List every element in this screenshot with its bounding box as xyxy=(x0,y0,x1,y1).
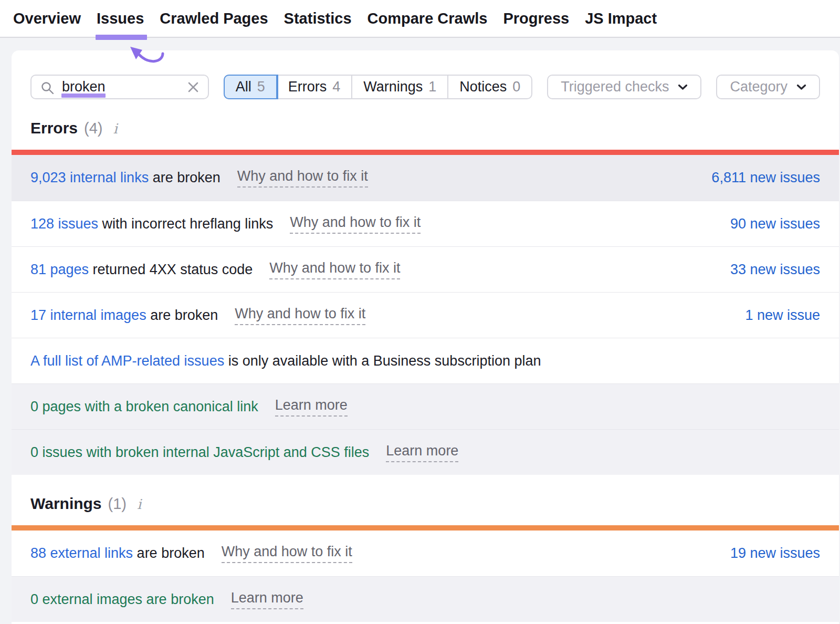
issue-row: 81 pages returned 4XX status code Why an… xyxy=(12,246,839,292)
warnings-rows: 88 external links are broken Why and how… xyxy=(12,531,839,622)
search-input[interactable] xyxy=(32,79,208,95)
section-title: Warnings xyxy=(30,495,102,513)
filter-errors[interactable]: Errors 4 xyxy=(277,76,353,98)
issue-row: 17 internal images are broken Why and ho… xyxy=(12,292,839,338)
chevron-down-icon xyxy=(796,84,806,90)
triggered-checks-dropdown[interactable]: Triggered checks xyxy=(547,75,701,99)
zero-issue-text: 0 external images are broken xyxy=(30,591,214,608)
issue-row: 128 issues with incorrect hreflang links… xyxy=(12,201,839,246)
issue-link[interactable]: 88 external links xyxy=(30,545,133,561)
why-how-to-fix-link[interactable]: Why and how to fix it xyxy=(235,306,365,325)
issue-text: are broken xyxy=(146,307,218,323)
learn-more-link[interactable]: Learn more xyxy=(386,443,458,462)
warnings-section-header: Warnings (1) i xyxy=(12,475,839,525)
tab-overview[interactable]: Overview xyxy=(13,0,81,37)
category-dropdown[interactable]: Category xyxy=(716,75,820,99)
issue-link[interactable]: A full list of AMP-related issues xyxy=(30,353,224,369)
issue-text: are broken xyxy=(133,545,205,561)
zero-issue-text: 0 issues with broken internal JavaScript… xyxy=(30,444,369,461)
top-navigation: Overview Issues Crawled Pages Statistics… xyxy=(0,0,840,38)
issue-text: are broken xyxy=(149,170,220,185)
filter-warnings[interactable]: Warnings 1 xyxy=(352,76,448,98)
learn-more-link[interactable]: Learn more xyxy=(231,590,303,609)
filter-notices[interactable]: Notices 0 xyxy=(448,76,531,98)
filter-all-count: 5 xyxy=(257,79,265,95)
new-issues-link[interactable]: 33 new issues xyxy=(730,262,820,278)
learn-more-link[interactable]: Learn more xyxy=(275,397,348,417)
issue-row: 9,023 internal links are broken Why and … xyxy=(12,155,839,201)
tab-progress[interactable]: Progress xyxy=(503,0,569,37)
tab-js-impact[interactable]: JS Impact xyxy=(585,0,657,37)
new-issues-link[interactable]: 1 new issue xyxy=(745,307,820,324)
errors-rows: 9,023 internal links are broken Why and … xyxy=(12,155,839,475)
section-count: (4) xyxy=(84,120,102,137)
search-icon xyxy=(41,81,55,95)
issue-row-zero: 0 pages with a broken canonical link Lea… xyxy=(12,383,839,429)
tab-statistics[interactable]: Statistics xyxy=(284,0,352,37)
why-how-to-fix-link[interactable]: Why and how to fix it xyxy=(222,544,352,563)
issue-row-amp-upsell: A full list of AMP-related issues is onl… xyxy=(12,338,839,383)
warnings-accent-bar xyxy=(12,525,839,531)
issue-link[interactable]: 9,023 internal links xyxy=(30,170,149,185)
filter-all[interactable]: All 5 xyxy=(225,76,277,98)
filter-notices-count: 0 xyxy=(512,79,520,95)
errors-accent-bar xyxy=(12,150,839,155)
section-count: (1) xyxy=(108,495,127,513)
why-how-to-fix-link[interactable]: Why and how to fix it xyxy=(237,168,368,188)
info-icon[interactable]: i xyxy=(137,496,141,512)
issue-row: 88 external links are broken Why and how… xyxy=(12,531,839,576)
tab-crawled-pages[interactable]: Crawled Pages xyxy=(160,0,268,37)
new-issues-link[interactable]: 6,811 new issues xyxy=(711,170,820,186)
issues-panel: All 5 Errors 4 Warnings 1 Notices 0 Trig… xyxy=(12,50,839,624)
why-how-to-fix-link[interactable]: Why and how to fix it xyxy=(290,214,421,234)
annotation-arrow-icon xyxy=(125,43,170,66)
tab-issues[interactable]: Issues xyxy=(97,0,144,37)
clear-search-icon[interactable] xyxy=(187,81,200,93)
errors-section-header: Errors (4) i xyxy=(12,99,839,150)
issue-row-zero: 0 issues with broken internal JavaScript… xyxy=(12,429,839,475)
tab-compare-crawls[interactable]: Compare Crawls xyxy=(368,0,488,37)
new-issues-link[interactable]: 90 new issues xyxy=(730,216,820,232)
warnings-section: Warnings (1) i 88 external links are bro… xyxy=(12,475,839,622)
issue-text: is only available with a Business subscr… xyxy=(224,353,541,369)
issue-link[interactable]: 17 internal images xyxy=(30,307,146,323)
issue-text: returned 4XX status code xyxy=(89,262,253,277)
issue-link[interactable]: 81 pages xyxy=(30,262,89,277)
severity-filter: All 5 Errors 4 Warnings 1 Notices 0 xyxy=(224,75,533,99)
filter-warnings-count: 1 xyxy=(428,79,436,95)
section-title: Errors xyxy=(30,119,78,137)
zero-issue-text: 0 pages with a broken canonical link xyxy=(30,399,258,415)
info-icon[interactable]: i xyxy=(113,121,118,137)
errors-section: Errors (4) i 9,023 internal links are br… xyxy=(12,99,839,475)
issue-row-zero: 0 external images are broken Learn more xyxy=(12,576,839,622)
filter-errors-count: 4 xyxy=(332,79,340,95)
search-term-highlight xyxy=(61,93,106,98)
why-how-to-fix-link[interactable]: Why and how to fix it xyxy=(269,260,400,279)
new-issues-link[interactable]: 19 new issues xyxy=(730,545,820,561)
issue-text: with incorrect hreflang links xyxy=(98,216,273,232)
chevron-down-icon xyxy=(678,84,688,90)
issue-link[interactable]: 128 issues xyxy=(30,216,98,232)
search-box xyxy=(30,75,209,99)
